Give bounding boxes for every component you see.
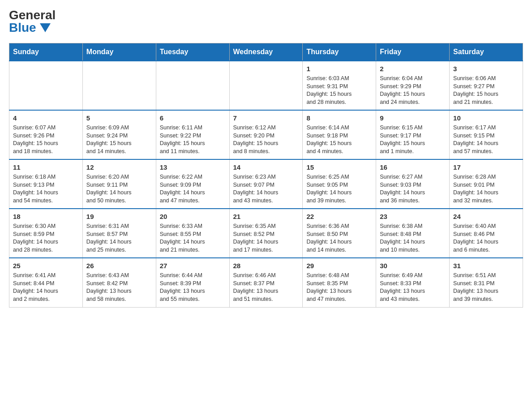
calendar-cell: 1Sunrise: 6:03 AMSunset: 9:31 PMDaylight… [303, 61, 376, 110]
day-number: 13 [160, 163, 226, 172]
page-header: General Blue [9, 9, 523, 34]
calendar-cell: 27Sunrise: 6:44 AMSunset: 8:39 PMDayligh… [156, 258, 229, 307]
day-info: Sunrise: 6:27 AMSunset: 9:03 PMDaylight:… [380, 173, 446, 205]
logo-triangle-icon [40, 23, 51, 32]
day-info: Sunrise: 6:38 AMSunset: 8:48 PMDaylight:… [380, 223, 446, 254]
day-info: Sunrise: 6:09 AMSunset: 9:24 PMDaylight:… [86, 124, 152, 155]
calendar-cell: 21Sunrise: 6:35 AMSunset: 8:52 PMDayligh… [229, 209, 303, 258]
calendar-cell: 17Sunrise: 6:28 AMSunset: 9:01 PMDayligh… [450, 159, 523, 209]
day-info: Sunrise: 6:49 AMSunset: 8:33 PMDaylight:… [380, 272, 446, 303]
calendar-cell: 19Sunrise: 6:31 AMSunset: 8:57 PMDayligh… [82, 209, 156, 258]
calendar-cell [229, 61, 303, 110]
day-number: 11 [13, 163, 79, 172]
logo-blue-text: Blue [9, 21, 51, 34]
day-info: Sunrise: 6:41 AMSunset: 8:44 PMDaylight:… [13, 272, 79, 303]
day-number: 4 [13, 113, 79, 123]
day-info: Sunrise: 6:46 AMSunset: 8:37 PMDaylight:… [233, 272, 299, 303]
day-number: 21 [233, 212, 299, 221]
day-info: Sunrise: 6:28 AMSunset: 9:01 PMDaylight:… [453, 173, 519, 205]
day-number: 10 [453, 113, 519, 123]
weekday-header-monday: Monday [82, 43, 156, 61]
calendar-cell: 10Sunrise: 6:17 AMSunset: 9:15 PMDayligh… [450, 110, 523, 159]
day-info: Sunrise: 6:12 AMSunset: 9:20 PMDaylight:… [233, 124, 299, 155]
day-info: Sunrise: 6:48 AMSunset: 8:35 PMDaylight:… [306, 272, 372, 303]
day-info: Sunrise: 6:23 AMSunset: 9:07 PMDaylight:… [233, 173, 299, 205]
day-info: Sunrise: 6:51 AMSunset: 8:31 PMDaylight:… [453, 272, 519, 303]
calendar-cell: 18Sunrise: 6:30 AMSunset: 8:59 PMDayligh… [9, 209, 83, 258]
day-number: 25 [13, 261, 79, 270]
calendar-cell: 20Sunrise: 6:33 AMSunset: 8:55 PMDayligh… [156, 209, 229, 258]
weekday-header-friday: Friday [376, 43, 450, 61]
day-info: Sunrise: 6:25 AMSunset: 9:05 PMDaylight:… [306, 173, 372, 205]
calendar-cell: 11Sunrise: 6:18 AMSunset: 9:13 PMDayligh… [9, 159, 83, 209]
day-info: Sunrise: 6:15 AMSunset: 9:17 PMDaylight:… [380, 124, 446, 155]
calendar-table: SundayMondayTuesdayWednesdayThursdayFrid… [9, 43, 523, 308]
calendar-cell: 25Sunrise: 6:41 AMSunset: 8:44 PMDayligh… [9, 258, 83, 307]
calendar-cell: 14Sunrise: 6:23 AMSunset: 9:07 PMDayligh… [229, 159, 303, 209]
day-number: 8 [306, 113, 372, 123]
day-number: 18 [13, 212, 79, 221]
calendar-cell: 23Sunrise: 6:38 AMSunset: 8:48 PMDayligh… [376, 209, 450, 258]
day-number: 1 [306, 64, 372, 73]
calendar-cell: 7Sunrise: 6:12 AMSunset: 9:20 PMDaylight… [229, 110, 303, 159]
calendar-cell: 22Sunrise: 6:36 AMSunset: 8:50 PMDayligh… [303, 209, 376, 258]
calendar-week-row: 18Sunrise: 6:30 AMSunset: 8:59 PMDayligh… [9, 209, 523, 258]
calendar-cell: 26Sunrise: 6:43 AMSunset: 8:42 PMDayligh… [82, 258, 156, 307]
day-info: Sunrise: 6:07 AMSunset: 9:26 PMDaylight:… [13, 124, 79, 155]
calendar-week-row: 1Sunrise: 6:03 AMSunset: 9:31 PMDaylight… [9, 61, 523, 110]
day-info: Sunrise: 6:04 AMSunset: 9:29 PMDaylight:… [380, 75, 446, 106]
day-info: Sunrise: 6:35 AMSunset: 8:52 PMDaylight:… [233, 223, 299, 254]
calendar-cell: 15Sunrise: 6:25 AMSunset: 9:05 PMDayligh… [303, 159, 376, 209]
day-number: 30 [380, 261, 446, 270]
calendar-header-row: SundayMondayTuesdayWednesdayThursdayFrid… [9, 43, 523, 61]
day-number: 5 [86, 113, 152, 123]
day-number: 2 [380, 64, 446, 73]
day-info: Sunrise: 6:44 AMSunset: 8:39 PMDaylight:… [160, 272, 226, 303]
day-info: Sunrise: 6:17 AMSunset: 9:15 PMDaylight:… [453, 124, 519, 155]
day-number: 26 [86, 261, 152, 270]
day-number: 17 [453, 163, 519, 172]
calendar-cell [9, 61, 83, 110]
day-number: 6 [160, 113, 226, 123]
logo-general-text: General [9, 9, 56, 21]
day-info: Sunrise: 6:30 AMSunset: 8:59 PMDaylight:… [13, 223, 79, 254]
day-info: Sunrise: 6:06 AMSunset: 9:27 PMDaylight:… [453, 75, 519, 106]
day-info: Sunrise: 6:03 AMSunset: 9:31 PMDaylight:… [306, 75, 372, 106]
day-info: Sunrise: 6:18 AMSunset: 9:13 PMDaylight:… [13, 173, 79, 205]
day-info: Sunrise: 6:40 AMSunset: 8:46 PMDaylight:… [453, 223, 519, 254]
day-info: Sunrise: 6:14 AMSunset: 9:18 PMDaylight:… [306, 124, 372, 155]
calendar-week-row: 25Sunrise: 6:41 AMSunset: 8:44 PMDayligh… [9, 258, 523, 307]
logo: General Blue [9, 9, 56, 34]
calendar-cell: 16Sunrise: 6:27 AMSunset: 9:03 PMDayligh… [376, 159, 450, 209]
day-info: Sunrise: 6:22 AMSunset: 9:09 PMDaylight:… [160, 173, 226, 205]
calendar-cell: 9Sunrise: 6:15 AMSunset: 9:17 PMDaylight… [376, 110, 450, 159]
day-number: 7 [233, 113, 299, 123]
day-info: Sunrise: 6:43 AMSunset: 8:42 PMDaylight:… [86, 272, 152, 303]
calendar-cell: 28Sunrise: 6:46 AMSunset: 8:37 PMDayligh… [229, 258, 303, 307]
calendar-cell: 12Sunrise: 6:20 AMSunset: 9:11 PMDayligh… [82, 159, 156, 209]
calendar-cell: 8Sunrise: 6:14 AMSunset: 9:18 PMDaylight… [303, 110, 376, 159]
calendar-cell: 24Sunrise: 6:40 AMSunset: 8:46 PMDayligh… [450, 209, 523, 258]
calendar-cell [156, 61, 229, 110]
calendar-cell: 5Sunrise: 6:09 AMSunset: 9:24 PMDaylight… [82, 110, 156, 159]
day-number: 9 [380, 113, 446, 123]
calendar-cell: 30Sunrise: 6:49 AMSunset: 8:33 PMDayligh… [376, 258, 450, 307]
calendar-cell: 13Sunrise: 6:22 AMSunset: 9:09 PMDayligh… [156, 159, 229, 209]
weekday-header-thursday: Thursday [303, 43, 376, 61]
day-info: Sunrise: 6:33 AMSunset: 8:55 PMDaylight:… [160, 223, 226, 254]
calendar-cell: 3Sunrise: 6:06 AMSunset: 9:27 PMDaylight… [450, 61, 523, 110]
day-info: Sunrise: 6:31 AMSunset: 8:57 PMDaylight:… [86, 223, 152, 254]
day-number: 14 [233, 163, 299, 172]
day-info: Sunrise: 6:20 AMSunset: 9:11 PMDaylight:… [86, 173, 152, 205]
day-number: 28 [233, 261, 299, 270]
day-info: Sunrise: 6:11 AMSunset: 9:22 PMDaylight:… [160, 124, 226, 155]
day-number: 22 [306, 212, 372, 221]
weekday-header-tuesday: Tuesday [156, 43, 229, 61]
day-number: 27 [160, 261, 226, 270]
calendar-cell: 6Sunrise: 6:11 AMSunset: 9:22 PMDaylight… [156, 110, 229, 159]
calendar-cell: 31Sunrise: 6:51 AMSunset: 8:31 PMDayligh… [450, 258, 523, 307]
calendar-cell [82, 61, 156, 110]
weekday-header-wednesday: Wednesday [229, 43, 303, 61]
calendar-cell: 4Sunrise: 6:07 AMSunset: 9:26 PMDaylight… [9, 110, 83, 159]
weekday-header-saturday: Saturday [450, 43, 523, 61]
